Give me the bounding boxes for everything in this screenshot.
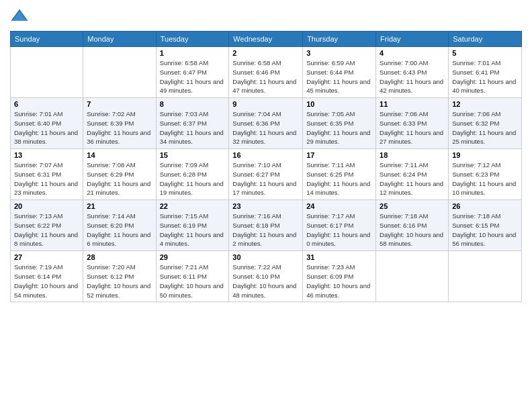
calendar-cell: 5Sunrise: 7:01 AM Sunset: 6:41 PM Daylig… <box>449 47 522 98</box>
day-header-tuesday: Tuesday <box>156 32 229 47</box>
day-number: 7 <box>87 100 152 108</box>
calendar-week-row: 13Sunrise: 7:07 AM Sunset: 6:31 PM Dayli… <box>11 149 522 200</box>
day-info: Sunrise: 7:22 AM Sunset: 6:10 PM Dayligh… <box>232 263 299 300</box>
day-info: Sunrise: 7:20 AM Sunset: 6:12 PM Dayligh… <box>87 263 152 300</box>
header <box>10 7 522 26</box>
calendar-cell: 20Sunrise: 7:13 AM Sunset: 6:22 PM Dayli… <box>11 200 83 251</box>
logo-icon <box>10 7 29 26</box>
calendar-week-row: 6Sunrise: 7:01 AM Sunset: 6:40 PM Daylig… <box>11 98 522 149</box>
calendar-cell: 30Sunrise: 7:22 AM Sunset: 6:10 PM Dayli… <box>229 251 303 302</box>
day-number: 19 <box>452 151 518 159</box>
day-info: Sunrise: 7:09 AM Sunset: 6:28 PM Dayligh… <box>160 161 226 197</box>
day-info: Sunrise: 7:13 AM Sunset: 6:22 PM Dayligh… <box>14 212 79 248</box>
day-info: Sunrise: 7:18 AM Sunset: 6:16 PM Dayligh… <box>380 212 445 248</box>
day-info: Sunrise: 7:01 AM Sunset: 6:40 PM Dayligh… <box>14 109 79 146</box>
calendar-cell: 29Sunrise: 7:21 AM Sunset: 6:11 PM Dayli… <box>156 251 229 302</box>
calendar-cell: 21Sunrise: 7:14 AM Sunset: 6:20 PM Dayli… <box>83 200 156 251</box>
day-number: 21 <box>87 202 152 210</box>
day-number: 1 <box>160 49 226 57</box>
calendar-cell: 26Sunrise: 7:18 AM Sunset: 6:15 PM Dayli… <box>449 200 522 251</box>
calendar-cell: 22Sunrise: 7:15 AM Sunset: 6:19 PM Dayli… <box>156 200 229 251</box>
calendar-cell: 13Sunrise: 7:07 AM Sunset: 6:31 PM Dayli… <box>11 149 83 200</box>
day-info: Sunrise: 7:23 AM Sunset: 6:09 PM Dayligh… <box>306 263 372 300</box>
calendar-cell <box>449 251 522 302</box>
day-info: Sunrise: 7:17 AM Sunset: 6:17 PM Dayligh… <box>306 212 372 248</box>
calendar-cell: 10Sunrise: 7:05 AM Sunset: 6:35 PM Dayli… <box>303 98 376 149</box>
day-number: 20 <box>14 202 79 210</box>
calendar-cell: 15Sunrise: 7:09 AM Sunset: 6:28 PM Dayli… <box>156 149 229 200</box>
day-info: Sunrise: 7:08 AM Sunset: 6:29 PM Dayligh… <box>87 161 152 197</box>
day-info: Sunrise: 7:16 AM Sunset: 6:18 PM Dayligh… <box>232 212 299 248</box>
day-info: Sunrise: 7:01 AM Sunset: 6:41 PM Dayligh… <box>452 58 518 95</box>
calendar-cell: 19Sunrise: 7:12 AM Sunset: 6:23 PM Dayli… <box>449 149 522 200</box>
day-number: 3 <box>306 49 372 57</box>
calendar-cell: 12Sunrise: 7:06 AM Sunset: 6:32 PM Dayli… <box>449 98 522 149</box>
day-info: Sunrise: 7:11 AM Sunset: 6:24 PM Dayligh… <box>380 161 445 197</box>
day-number: 5 <box>452 49 518 57</box>
day-number: 27 <box>14 253 79 261</box>
day-number: 24 <box>306 202 372 210</box>
calendar-cell: 4Sunrise: 7:00 AM Sunset: 6:43 PM Daylig… <box>376 47 449 98</box>
day-header-monday: Monday <box>83 32 156 47</box>
day-number: 12 <box>452 100 518 108</box>
day-number: 6 <box>14 100 79 108</box>
day-info: Sunrise: 7:11 AM Sunset: 6:25 PM Dayligh… <box>306 161 372 197</box>
calendar-cell: 9Sunrise: 7:04 AM Sunset: 6:36 PM Daylig… <box>229 98 303 149</box>
day-number: 16 <box>232 151 299 159</box>
day-info: Sunrise: 7:02 AM Sunset: 6:39 PM Dayligh… <box>87 109 152 146</box>
day-info: Sunrise: 7:19 AM Sunset: 6:14 PM Dayligh… <box>14 263 79 300</box>
day-number: 8 <box>160 100 226 108</box>
calendar-header-row: SundayMondayTuesdayWednesdayThursdayFrid… <box>11 32 522 47</box>
day-info: Sunrise: 7:06 AM Sunset: 6:33 PM Dayligh… <box>380 109 445 146</box>
calendar-cell: 11Sunrise: 7:06 AM Sunset: 6:33 PM Dayli… <box>376 98 449 149</box>
day-number: 18 <box>380 151 445 159</box>
day-number: 14 <box>87 151 152 159</box>
day-info: Sunrise: 7:04 AM Sunset: 6:36 PM Dayligh… <box>232 109 299 146</box>
day-info: Sunrise: 7:14 AM Sunset: 6:20 PM Dayligh… <box>87 212 152 248</box>
day-number: 28 <box>87 253 152 261</box>
calendar-cell: 23Sunrise: 7:16 AM Sunset: 6:18 PM Dayli… <box>229 200 303 251</box>
day-number: 10 <box>306 100 372 108</box>
day-number: 4 <box>380 49 445 57</box>
calendar-cell: 1Sunrise: 6:58 AM Sunset: 6:47 PM Daylig… <box>156 47 229 98</box>
calendar-cell: 7Sunrise: 7:02 AM Sunset: 6:39 PM Daylig… <box>83 98 156 149</box>
day-info: Sunrise: 6:59 AM Sunset: 6:44 PM Dayligh… <box>306 58 372 95</box>
calendar-cell: 27Sunrise: 7:19 AM Sunset: 6:14 PM Dayli… <box>11 251 83 302</box>
day-info: Sunrise: 7:05 AM Sunset: 6:35 PM Dayligh… <box>306 109 372 146</box>
calendar-cell: 31Sunrise: 7:23 AM Sunset: 6:09 PM Dayli… <box>303 251 376 302</box>
day-number: 15 <box>160 151 226 159</box>
calendar-cell: 8Sunrise: 7:03 AM Sunset: 6:37 PM Daylig… <box>156 98 229 149</box>
calendar-cell: 6Sunrise: 7:01 AM Sunset: 6:40 PM Daylig… <box>11 98 83 149</box>
day-number: 29 <box>160 253 226 261</box>
day-info: Sunrise: 7:07 AM Sunset: 6:31 PM Dayligh… <box>14 161 79 197</box>
day-number: 22 <box>160 202 226 210</box>
day-info: Sunrise: 6:58 AM Sunset: 6:47 PM Dayligh… <box>160 58 226 95</box>
calendar-cell: 2Sunrise: 6:58 AM Sunset: 6:46 PM Daylig… <box>229 47 303 98</box>
calendar-cell <box>376 251 449 302</box>
calendar-table: SundayMondayTuesdayWednesdayThursdayFrid… <box>10 31 522 302</box>
day-number: 26 <box>452 202 518 210</box>
day-number: 17 <box>306 151 372 159</box>
day-info: Sunrise: 7:00 AM Sunset: 6:43 PM Dayligh… <box>380 58 445 95</box>
calendar-week-row: 1Sunrise: 6:58 AM Sunset: 6:47 PM Daylig… <box>11 47 522 98</box>
day-info: Sunrise: 7:15 AM Sunset: 6:19 PM Dayligh… <box>160 212 226 248</box>
day-number: 30 <box>232 253 299 261</box>
logo <box>10 7 32 26</box>
calendar-cell: 16Sunrise: 7:10 AM Sunset: 6:27 PM Dayli… <box>229 149 303 200</box>
calendar-cell: 17Sunrise: 7:11 AM Sunset: 6:25 PM Dayli… <box>303 149 376 200</box>
calendar-cell: 24Sunrise: 7:17 AM Sunset: 6:17 PM Dayli… <box>303 200 376 251</box>
calendar-cell: 25Sunrise: 7:18 AM Sunset: 6:16 PM Dayli… <box>376 200 449 251</box>
day-info: Sunrise: 7:12 AM Sunset: 6:23 PM Dayligh… <box>452 161 518 197</box>
calendar-cell: 3Sunrise: 6:59 AM Sunset: 6:44 PM Daylig… <box>303 47 376 98</box>
calendar-cell: 28Sunrise: 7:20 AM Sunset: 6:12 PM Dayli… <box>83 251 156 302</box>
day-info: Sunrise: 7:06 AM Sunset: 6:32 PM Dayligh… <box>452 109 518 146</box>
day-info: Sunrise: 7:18 AM Sunset: 6:15 PM Dayligh… <box>452 212 518 248</box>
day-header-thursday: Thursday <box>303 32 376 47</box>
day-number: 2 <box>232 49 299 57</box>
calendar-week-row: 27Sunrise: 7:19 AM Sunset: 6:14 PM Dayli… <box>11 251 522 302</box>
calendar-cell <box>83 47 156 98</box>
day-info: Sunrise: 7:21 AM Sunset: 6:11 PM Dayligh… <box>160 263 226 300</box>
calendar-week-row: 20Sunrise: 7:13 AM Sunset: 6:22 PM Dayli… <box>11 200 522 251</box>
day-number: 11 <box>380 100 445 108</box>
day-header-wednesday: Wednesday <box>229 32 303 47</box>
